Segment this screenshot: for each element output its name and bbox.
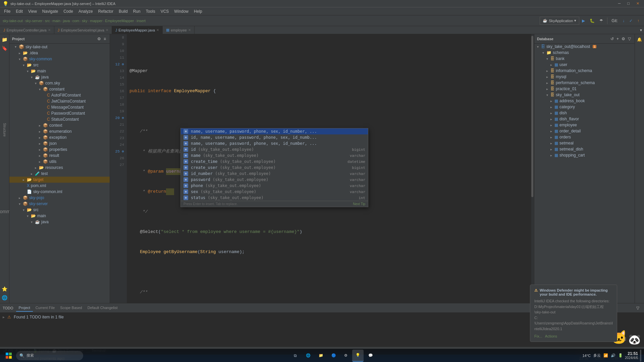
menu-refactor[interactable]: Refactor [96,8,116,14]
minimize-button[interactable]: ─ [616,1,623,6]
tree-sky-server[interactable]: ▾ 📦 sky-server [9,201,110,207]
menu-file[interactable]: File [1,8,13,14]
tree-status[interactable]: C StatusConstant [9,116,110,122]
menu-code[interactable]: Code [61,8,76,14]
db-setmeal[interactable]: ▸ ▦ setmeal [534,140,635,146]
tree-sky-common-iml[interactable]: 📄 sky-common.iml [9,189,110,195]
show-desktop-button[interactable] [640,350,641,362]
close-button[interactable]: ✕ [634,1,641,6]
tree-sky-server-src[interactable]: ▾ 📂 src [9,207,110,213]
systray-volume-icon[interactable]: 🔊 [611,353,615,358]
autocomplete-item-phone[interactable]: ≡ phone (sky_take_out.employee) varchar [181,183,368,189]
menu-vcs[interactable]: VCS [158,8,172,14]
autocomplete-item-id-number[interactable]: ≡ id_number (sky_take_out.employee) varc… [181,171,368,177]
menu-window[interactable]: Window [171,8,191,14]
taskbar-app-browser[interactable]: 🌐 [303,350,314,362]
db-orders[interactable]: ▸ ▦ orders [534,134,635,140]
notification-icon[interactable]: 🔔 [636,36,644,44]
tree-json[interactable]: ▸ 📦 json [9,140,110,146]
db-filter-button[interactable]: ▽ [627,36,632,42]
db-address-book[interactable]: ▸ ▦ address_book [534,98,635,104]
tree-src[interactable]: ▾ 📂 src [9,62,110,68]
autocomplete-item-create-time[interactable]: ≡ create_time (sky_take_out.employee) da… [181,159,368,165]
db-setmeal-dish[interactable]: ▸ ▦ setmeal_dish [534,146,635,152]
run-button[interactable]: ▶ [580,17,587,25]
menu-run[interactable]: Run [130,8,143,14]
db-bank[interactable]: ▾ 🗄 bank [534,56,635,62]
autocomplete-item-2[interactable]: ≡ name, username, password, phone, sex, … [181,140,368,146]
web-icon[interactable]: 🌐 [1,294,9,302]
vcs-update-button[interactable]: ↓ [621,17,627,25]
menu-analyze[interactable]: Analyze [76,8,96,14]
db-performance-schema[interactable]: ▸ 🗄 performance_schema [534,80,635,86]
commit-icon[interactable]: Commit [1,207,9,216]
tab-close-table[interactable]: ✕ [188,28,191,32]
todo-filter-button[interactable]: ▽ [634,305,641,311]
menu-tools[interactable]: Tools [143,8,158,14]
tab-employee-table[interactable]: ▦ employee ✕ [163,26,195,34]
db-category[interactable]: ▸ ▦ category [534,104,635,110]
taskbar-search[interactable]: 🔍 搜索 [16,351,83,360]
db-schemas[interactable]: ▾ 📁 schemas [534,50,635,56]
tree-exception[interactable]: ▸ 📦 exception [9,134,110,140]
autocomplete-item-sex[interactable]: ≡ sex (sky_take_out.employee) varchar [181,189,368,195]
project-settings-button[interactable]: ≡ [103,36,107,42]
menu-build[interactable]: Build [116,8,130,14]
db-shopping-cart[interactable]: ▸ ▦ shopping_cart [534,152,635,158]
vcs-push-button[interactable]: ↑ [635,17,641,25]
debug-button[interactable]: 🐛 [588,17,597,25]
structure-icon[interactable]: Structure [1,122,9,138]
systray-network-icon[interactable]: 📶 [603,353,608,358]
tree-java-root[interactable]: ▾ ☕ java [9,74,110,80]
tree-message[interactable]: C MessageConstant [9,104,110,110]
tree-resources[interactable]: ▸ 📂 resources [9,165,110,171]
system-clock[interactable]: 21:51 2024/4/6 [625,351,638,360]
tree-sky-common[interactable]: ▾ 📦 sky-common [9,56,110,62]
taskbar-app-intellij[interactable]: 💡 [352,350,364,362]
todo-tab-scope-based[interactable]: Scope Based [57,304,85,312]
tree-context[interactable]: ▸ 📦 context [9,122,110,128]
db-information-schema[interactable]: ▸ 🗄 information_schema [534,68,635,74]
db-settings-button[interactable]: ⚙ [621,36,626,42]
systray-battery-icon[interactable]: 🔋 [618,353,623,358]
tree-test[interactable]: ▸ 🧪 test [9,171,110,177]
breadcrumb-mapper[interactable]: mapper [90,19,102,23]
tab-close-controller[interactable]: ✕ [48,28,51,32]
git-button[interactable]: Git: [609,17,620,25]
tree-properties[interactable]: ▸ 📦 properties [9,146,110,153]
tree-pom[interactable]: X pom.xml [9,183,110,189]
tree-constant[interactable]: ▾ 📦 constant [9,86,110,92]
project-gear-button[interactable]: ⚙ [96,36,102,42]
breadcrumb-module[interactable]: sky-server [25,19,43,23]
vcs-commit-button[interactable]: ✓ [627,17,635,25]
taskbar-app-files[interactable]: 📁 [315,350,327,362]
tree-utils[interactable]: ▸ 📦 utils [9,159,110,165]
tab-more-button[interactable]: ▾ [638,26,644,34]
project-panel-icon[interactable]: 📁 [1,36,9,44]
db-employee[interactable]: ▸ ▦ employee [534,122,635,128]
notification-actions-link[interactable]: Actions [545,334,557,338]
breadcrumb-sky[interactable]: sky [82,19,88,23]
tab-employee-mapper[interactable]: J EmployeeMapper.java ✕ [112,26,163,34]
todo-tab-current-file[interactable]: Current File [33,304,57,312]
menu-view[interactable]: View [25,8,40,14]
taskbar-app-tools[interactable]: ⚙ [341,350,351,362]
autocomplete-dropdown[interactable]: ≡ name, username, password, phone, sex, … [180,128,368,207]
tree-sky-server-java[interactable]: ▾ ☕ java [9,219,110,225]
menu-navigate[interactable]: Navigate [40,8,61,14]
autocomplete-item-1[interactable]: ≡ id, name, username, password, phone, s… [181,134,368,140]
scrollbar-thumb[interactable] [531,36,533,197]
breadcrumb-java[interactable]: java [63,19,70,23]
start-button[interactable] [3,350,15,362]
db-connection[interactable]: ▾ 🗄 sky_take_out@localhost 1 [534,44,635,50]
breadcrumb-main[interactable]: main [52,19,60,23]
todo-tab-default-changelist[interactable]: Default Changelist [85,304,120,312]
breadcrumb-project[interactable]: sky-take-out [3,19,23,23]
tree-enumeration[interactable]: ▸ 📦 enumeration [9,128,110,134]
tree-sky-server-main[interactable]: ▾ 📂 main [9,213,110,219]
bookmarks-icon[interactable]: 🔖 [1,44,9,52]
tree-main[interactable]: ▾ 📂 main [9,68,110,74]
db-dish-flavor[interactable]: ▸ ▦ dish_flavor [534,116,635,122]
tab-employee-service-impl[interactable]: J EmployeeServiceImpl.java ✕ [54,26,112,34]
run-config-dropdown[interactable]: ☕ SkyApplication ▾ [540,17,579,25]
